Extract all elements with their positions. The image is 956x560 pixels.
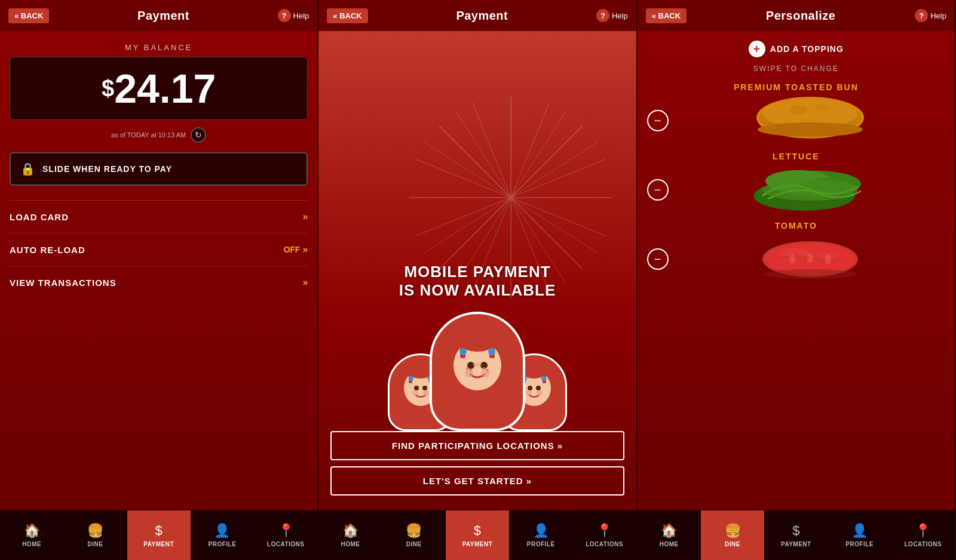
payment-icon-s3: $ (792, 523, 799, 539)
svg-point-39 (536, 386, 541, 390)
svg-point-14 (422, 386, 427, 390)
home-icon-s1: 🏠 (24, 523, 40, 539)
nav-dine-label-s2: DINE (406, 541, 422, 547)
svg-point-21 (423, 390, 429, 396)
auto-reload-row[interactable]: AUTO RE-LOAD OFF » (10, 233, 308, 266)
svg-point-51 (815, 104, 829, 111)
nav-dine-s3[interactable]: 🍔 DINE (701, 510, 764, 560)
load-card-row[interactable]: LOAD CARD » (10, 200, 308, 233)
lock-icon: 🔒 (20, 162, 35, 176)
topping-row-bun: PREMIUM TOASTED BUN − (647, 82, 945, 144)
nav-profile-s3[interactable]: 👤 PROFILE (828, 510, 891, 560)
nav-payment-s2[interactable]: $ PAYMENT (446, 510, 509, 560)
nav-home-s1[interactable]: 🏠 HOME (0, 510, 63, 560)
nav-payment-s1[interactable]: $ PAYMENT (127, 510, 191, 560)
nav-profile-label-s2: PROFILE (527, 541, 555, 547)
view-transactions-row[interactable]: VIEW TRANSACTIONS » (10, 266, 308, 299)
back-button-s3[interactable]: « BACK (646, 8, 687, 23)
svg-point-25 (461, 335, 494, 352)
svg-point-28 (459, 348, 467, 355)
bun-image (676, 97, 945, 144)
nav-dine-s1[interactable]: 🍔 DINE (63, 510, 127, 560)
svg-point-45 (526, 390, 532, 396)
refresh-button[interactable]: ↻ (191, 127, 206, 143)
balance-label: MY BALANCE (125, 43, 193, 52)
bottom-nav-s1: 🏠 HOME 🍔 DINE $ PAYMENT 👤 PROFILE 📍 LOCA… (0, 510, 317, 560)
top-bar-s2: « BACK Payment ? Help (318, 0, 636, 31)
nav-locations-s1[interactable]: 📍 LOCATIONS (254, 510, 317, 560)
action-buttons-s2: FIND PARTICIPATING LOCATIONS » LET'S GET… (330, 431, 624, 496)
view-transactions-label: VIEW TRANSACTIONS (10, 278, 117, 288)
load-card-arrow: » (302, 211, 308, 222)
nav-dine-s2[interactable]: 🍔 DINE (382, 510, 446, 560)
plus-icon: + (749, 41, 765, 57)
dine-icon-s2: 🍔 (406, 523, 422, 539)
remove-lettuce-button[interactable]: − (647, 179, 669, 201)
content-s1: MY BALANCE $ 24.17 as of TODAY at 10:13 … (0, 31, 317, 510)
topping-row-tomato: TOMATO − (647, 221, 945, 283)
view-transactions-arrow: » (302, 277, 308, 288)
nav-profile-label-s3: PROFILE (845, 541, 874, 547)
load-card-right: » (302, 211, 308, 222)
top-bar-s3: « BACK Personalize ? Help (638, 0, 955, 31)
slide-text: SLIDE WHEN READY TO PAY (42, 164, 172, 174)
svg-point-65 (825, 254, 831, 264)
help-icon-s1: ? (278, 9, 291, 22)
nav-home-label-s2: HOME (341, 541, 360, 547)
profile-icon-s2: 👤 (533, 523, 549, 539)
nav-payment-label-s1: PAYMENT (143, 541, 174, 547)
help-button-s3[interactable]: ? Help (915, 9, 946, 22)
svg-point-18 (409, 376, 413, 381)
svg-point-36 (486, 369, 489, 371)
balance-amount: 24.17 (114, 68, 216, 109)
help-button-s2[interactable]: ? Help (596, 9, 628, 22)
page-title-s2: Payment (456, 9, 508, 23)
add-topping-button[interactable]: + ADD A TOPPING (749, 41, 844, 57)
svg-point-20 (412, 390, 418, 396)
find-locations-button[interactable]: FIND PARTICIPATING LOCATIONS » (330, 431, 624, 460)
nav-locations-label-s2: LOCATIONS (586, 541, 623, 547)
nav-locations-label-s3: LOCATIONS (905, 541, 942, 547)
balance-dollar-sign: $ (102, 76, 114, 101)
topping-name-lettuce: LETTUCE (773, 152, 820, 161)
nav-home-s2[interactable]: 🏠 HOME (318, 510, 382, 560)
back-button-s2[interactable]: « BACK (327, 8, 367, 23)
bottom-nav-s3: 🏠 HOME 🍔 DINE $ PAYMENT 👤 PROFILE 📍 LOCA… (638, 510, 955, 560)
nav-home-s3[interactable]: 🏠 HOME (638, 510, 701, 560)
nav-locations-s2[interactable]: 📍 LOCATIONS (572, 510, 636, 560)
get-started-button[interactable]: LET'S GET STARTED » (330, 466, 624, 496)
nav-payment-s3[interactable]: $ PAYMENT (764, 510, 828, 560)
profile-icon-s1: 👤 (214, 523, 230, 539)
back-button-s1[interactable]: « BACK (8, 8, 49, 23)
screen-payment-balance: « BACK Payment ? Help MY BALANCE $ 24.17… (0, 0, 318, 560)
svg-point-57 (762, 179, 858, 201)
svg-point-64 (807, 253, 813, 263)
svg-point-44 (541, 376, 546, 381)
remove-bun-button[interactable]: − (647, 110, 669, 131)
nav-profile-s1[interactable]: 👤 PROFILE (191, 510, 254, 560)
home-icon-s3: 🏠 (661, 523, 677, 539)
help-icon-s2: ? (596, 9, 609, 22)
nav-dine-label-s3: DINE (725, 541, 740, 547)
bottom-nav-s2: 🏠 HOME 🍔 DINE $ PAYMENT 👤 PROFILE 📍 LOCA… (318, 510, 636, 560)
slide-to-pay-button[interactable]: 🔒 SLIDE WHEN READY TO PAY (10, 152, 308, 186)
locations-icon-s3: 📍 (915, 523, 931, 539)
svg-point-29 (488, 348, 495, 355)
nav-profile-s2[interactable]: 👤 PROFILE (509, 510, 572, 560)
svg-point-35 (483, 367, 485, 370)
topping-row-lettuce: LETTUCE − (647, 152, 945, 214)
topping-name-bun: PREMIUM TOASTED BUN (734, 82, 859, 92)
screen-mobile-payment: « BACK Payment ? Help (318, 0, 637, 560)
locations-icon-s2: 📍 (596, 523, 612, 539)
nav-dine-label-s1: DINE (87, 541, 103, 547)
home-icon-s2: 🏠 (342, 523, 358, 539)
help-button-s1[interactable]: ? Help (278, 9, 310, 22)
remove-tomato-button[interactable]: − (647, 248, 669, 270)
locations-icon-s1: 📍 (278, 523, 294, 539)
auto-reload-arrow: » (302, 244, 308, 255)
nav-locations-s3[interactable]: 📍 LOCATIONS (891, 510, 955, 560)
balance-box: $ 24.17 (10, 57, 308, 120)
screen-personalize: « BACK Personalize ? Help + ADD A TOPPIN… (638, 0, 956, 560)
svg-point-46 (537, 390, 543, 396)
svg-point-62 (764, 269, 857, 279)
